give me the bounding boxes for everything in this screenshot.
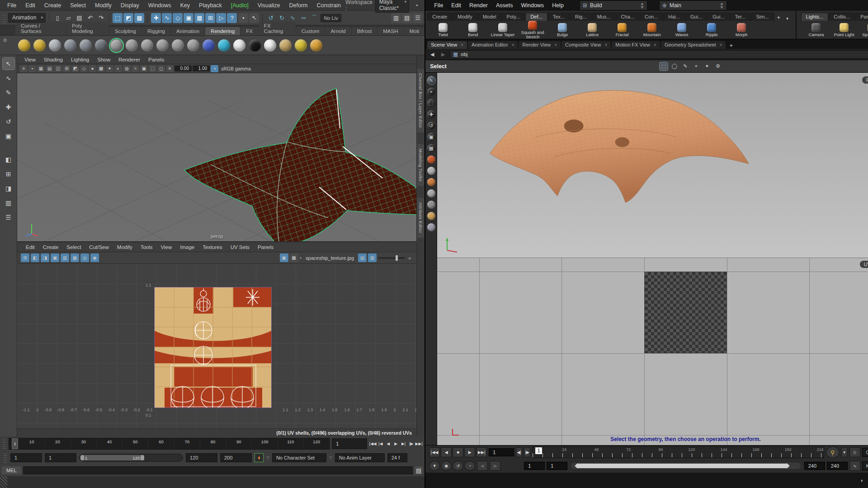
resize-grip[interactable] (0, 476, 7, 488)
image-dim-slider[interactable] (378, 257, 405, 259)
snap-view-plane-icon[interactable]: ⊞ (205, 13, 215, 23)
pane-tab[interactable]: Scene View × (427, 41, 467, 49)
lock-icon[interactable]: ▪ (238, 13, 248, 23)
shelf-tab[interactable]: Animation (171, 27, 205, 35)
shelf-tab[interactable]: Cha... (616, 13, 639, 21)
desktop-selector[interactable]: ⊞ Build ▲▼ (580, 0, 647, 10)
lasso-pick-icon[interactable]: ◯ (670, 62, 679, 70)
ocean-shader-icon[interactable] (218, 39, 230, 52)
maya-menu-item[interactable]: Windows (144, 2, 176, 9)
animate-toggle-icon[interactable]: ◇ (849, 447, 860, 457)
back-icon[interactable]: ◀ (428, 50, 436, 58)
render-settings-icon[interactable] (49, 39, 61, 52)
outliner-icon[interactable]: ☰ (3, 211, 14, 223)
persp-outliner-layout-icon[interactable]: ◨ (3, 183, 14, 194)
shelf-tab[interactable]: Collis... (829, 13, 855, 21)
file-texture-icon[interactable] (279, 39, 292, 52)
render-view-icon[interactable] (33, 39, 46, 52)
bulge-tool[interactable]: Bulge (548, 23, 576, 37)
uv-menu-item[interactable]: Tools (137, 244, 157, 250)
bend-tool[interactable]: Bend (459, 23, 487, 37)
maya-menu-item[interactable]: Constrain (312, 2, 346, 9)
play-forwards-button[interactable]: ▶ (392, 439, 400, 449)
brush-pick-icon[interactable]: ✎ (681, 62, 689, 70)
time-playhead[interactable]: 1 (12, 438, 18, 449)
houdini-menu-item[interactable]: Edit (447, 2, 465, 9)
pane-link-selector[interactable]: ⊕ Main ▲▼ (659, 0, 727, 10)
uv-menu-item[interactable]: Image (176, 244, 198, 250)
select-tool-icon[interactable]: ↖ (3, 58, 14, 70)
viewport-menu-item[interactable]: Shading (40, 57, 66, 62)
maya-menu-item[interactable]: Key (176, 2, 195, 9)
shelf-tab[interactable]: Hai... (663, 13, 685, 21)
houdini-menu-item[interactable]: File (430, 2, 447, 9)
single-pane-layout-icon[interactable]: ◧ (3, 154, 14, 165)
current-frame-field[interactable]: 1 (489, 448, 514, 456)
color-space-selector[interactable]: sRGB gamma (219, 66, 253, 71)
sphere-primitive-icon[interactable] (427, 155, 435, 164)
houdini-menu-item[interactable]: Windows (517, 2, 548, 9)
box-primitive-icon[interactable] (427, 167, 435, 175)
joints-xray-icon[interactable]: ✕ (166, 65, 174, 72)
ripple-tool[interactable]: Ripple (698, 23, 726, 37)
standard-surface-icon[interactable] (110, 39, 123, 52)
tube-primitive-icon[interactable] (427, 189, 435, 197)
fractal-tool[interactable]: Fractal (608, 23, 636, 37)
hypershade-icon[interactable] (18, 39, 30, 52)
maya-menu-item[interactable]: Playback (194, 2, 226, 9)
uv-menu-item[interactable]: UV Sets (226, 244, 254, 250)
key-options-dropdown[interactable]: ▾ (841, 447, 848, 457)
arc-icon[interactable]: ⌒ (309, 13, 319, 23)
maya-menu-item[interactable]: Select (66, 2, 90, 9)
uv-menu-item[interactable]: Cut/Sew (85, 244, 113, 250)
workspace-lock-icon[interactable]: ▪ (412, 0, 422, 10)
gamma-field[interactable]: 1.00 (193, 66, 210, 71)
uv-canvas[interactable]: -1.1-1-0.9-0.8-0.7-0.6-0.5-0.4-0.3-0.2-0… (17, 264, 416, 428)
side-panel-tab[interactable]: Attribute Editor (417, 198, 424, 238)
export-keys-icon[interactable]: ▼ (429, 461, 440, 471)
sub-range-end-field[interactable]: 240 (827, 462, 848, 470)
playhead-flag[interactable]: 1 (535, 447, 542, 454)
viewport-menu-item[interactable]: Show (94, 57, 114, 62)
shadows-icon[interactable]: ◐ (114, 65, 122, 72)
color-management-icon[interactable]: ◑ (211, 65, 218, 72)
command-line-input[interactable] (23, 466, 413, 474)
blinn-icon[interactable] (141, 39, 153, 52)
uv-distortion-icon[interactable]: ⊞ (21, 253, 29, 262)
select-tool-icon[interactable]: ↖ (427, 76, 435, 84)
sub-range-start-field[interactable]: 1 (547, 462, 567, 470)
select-object-icon[interactable]: ◩ (123, 13, 133, 23)
shelf-tab[interactable]: Modify (453, 13, 477, 21)
maya-menu-item[interactable]: Modify (90, 2, 116, 9)
anim-start-field[interactable]: 1 (10, 453, 42, 462)
fast-forward-icon[interactable]: » (406, 255, 413, 261)
anim-end-field[interactable]: 200 (220, 453, 252, 462)
screen-space-ao-icon[interactable]: ◍ (123, 65, 131, 72)
camera-tool[interactable]: Camera (803, 23, 830, 37)
menu-set-selector[interactable]: Animation (8, 13, 46, 23)
shelf-tab[interactable]: Partic... (855, 13, 868, 21)
shelf-tab[interactable]: Lights... (801, 13, 829, 21)
playback-start-field[interactable]: 1 (45, 453, 76, 462)
uv-menu-item[interactable]: View (157, 244, 176, 250)
viewport-menu-item[interactable]: View (21, 57, 39, 62)
next-key-button[interactable]: |▶ (490, 461, 500, 471)
torus-primitive-icon[interactable] (427, 178, 435, 186)
motion-blur-icon[interactable]: ≈ (132, 65, 139, 72)
shelf-tab[interactable]: Moti (404, 27, 425, 35)
shelf-tab[interactable]: Gui... (708, 13, 729, 21)
exposure-field[interactable]: 0.00 (175, 66, 192, 71)
shelf-tab[interactable]: Poly Modeling (66, 22, 109, 35)
snap-point-icon[interactable]: ◇ (173, 13, 183, 23)
shelf-tab[interactable]: Create (427, 13, 452, 21)
shelf-gear-icon[interactable]: ⚙ (3, 38, 7, 43)
maya-menu-item[interactable]: Create (40, 2, 66, 9)
go-to-start-button[interactable]: |◀◀ (429, 447, 440, 457)
uv-menu-item[interactable]: Select (62, 244, 85, 250)
shelf-tab[interactable]: Rigging (142, 27, 170, 35)
play-backwards-button[interactable]: ◀ (384, 439, 392, 449)
black-material-icon[interactable] (249, 39, 261, 52)
viewport-menu-item[interactable]: Renderer (115, 57, 144, 62)
shelf-tab[interactable]: Mus... (592, 13, 616, 21)
viewport-menu-item[interactable]: Lighting (67, 57, 93, 62)
